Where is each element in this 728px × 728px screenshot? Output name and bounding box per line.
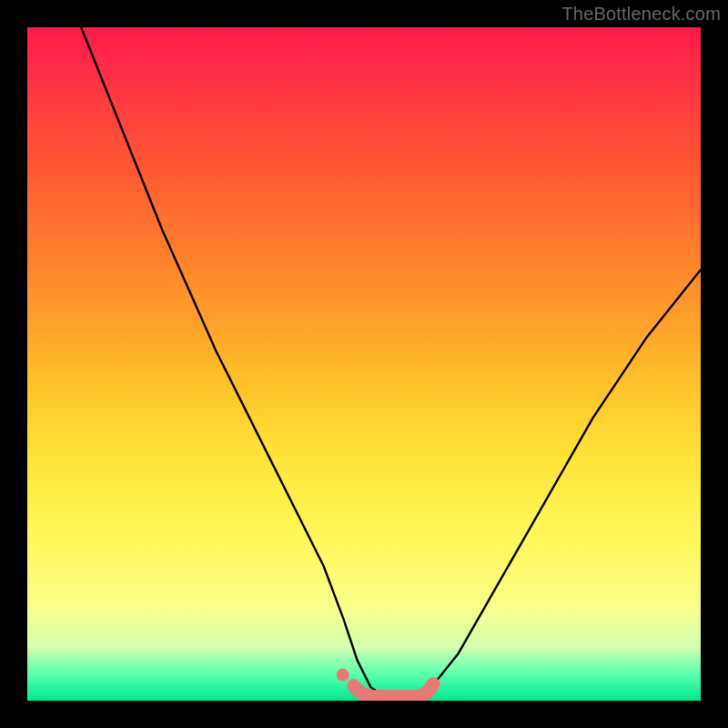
plot-area — [27, 27, 701, 701]
chart-frame: TheBottleneck.com — [0, 0, 728, 728]
bottleneck-curve-path — [81, 27, 701, 697]
watermark-text: TheBottleneck.com — [561, 4, 721, 25]
highlight-band-path — [354, 684, 433, 697]
highlight-band — [337, 669, 433, 697]
curve-layer — [27, 27, 701, 701]
bottleneck-curve — [81, 27, 701, 697]
highlight-dot — [337, 669, 349, 682]
